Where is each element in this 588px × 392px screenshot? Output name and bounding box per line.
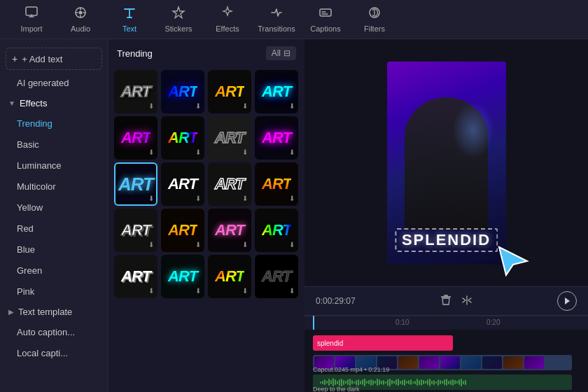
filters-icon — [368, 6, 382, 22]
splendid-clip[interactable]: splendid — [313, 335, 453, 351]
art-card-10[interactable]: ART ⬇ — [161, 162, 204, 206]
art-card-3[interactable]: ART ⬇ — [208, 70, 251, 113]
nav-filters[interactable]: Filters — [350, 1, 399, 38]
art-card-18[interactable]: ART ⬇ — [161, 255, 204, 298]
wave-bar — [343, 380, 344, 385]
art-card-2[interactable]: ART ⬇ — [161, 70, 204, 113]
art-card-4[interactable]: ART ⬇ — [255, 70, 298, 113]
sidebar-trending-item[interactable]: Trending — [6, 113, 102, 134]
wave-bar — [337, 381, 338, 384]
wave-bar — [366, 381, 368, 384]
art-card-17[interactable]: ART ⬇ — [114, 255, 158, 298]
download-icon-6: ⬇ — [195, 148, 201, 156]
download-icon-18: ⬇ — [195, 287, 201, 295]
text-overlay: SPLENDID — [395, 228, 498, 252]
svg-marker-5 — [499, 247, 527, 275]
video-track: Capcut.0245 mp4 • 0:21:19 — [304, 354, 588, 372]
svg-rect-0 — [26, 7, 37, 15]
delete-button[interactable] — [440, 295, 451, 308]
art-card-5[interactable]: ART ⬇ — [114, 116, 158, 160]
wave-bar — [360, 381, 361, 384]
art-card-14[interactable]: ART ⬇ — [161, 209, 204, 252]
thumb-5 — [398, 356, 418, 369]
art-card-16[interactable]: ART ⬇ — [255, 209, 298, 252]
text-template-section-header[interactable]: ▶ Text template — [0, 302, 108, 321]
preview-area: SPLENDID — [304, 39, 588, 286]
wave-bar — [414, 381, 416, 384]
sidebar-blue-item[interactable]: Blue — [6, 239, 102, 260]
nav-import[interactable]: Import — [7, 1, 56, 38]
wave-bar — [349, 379, 351, 386]
art-text-12: ART — [262, 176, 291, 192]
download-icon-20: ⬇ — [289, 287, 295, 295]
nav-text[interactable]: Text — [105, 1, 154, 38]
art-card-7[interactable]: ART ⬇ — [208, 116, 251, 160]
sidebar-basic-item[interactable]: Basic — [6, 134, 102, 155]
art-card-20[interactable]: ART ⬇ — [255, 255, 298, 298]
ai-generated-label: AI generated — [17, 78, 69, 88]
import-icon — [24, 6, 38, 22]
nav-effects-label: Effects — [216, 24, 239, 33]
wave-bar — [393, 381, 395, 384]
filter-button[interactable]: All ⊟ — [266, 46, 296, 60]
effects-section-header[interactable]: ▼ Effects — [0, 94, 108, 113]
art-card-1[interactable]: ART ⬇ — [114, 70, 158, 113]
wave-bar — [351, 380, 353, 384]
download-icon-8: ⬇ — [289, 148, 295, 156]
art-card-12[interactable]: ART ⬇ — [255, 162, 298, 206]
wave-bar — [427, 379, 428, 385]
nav-audio[interactable]: Audio — [56, 1, 105, 38]
play-button[interactable] — [557, 291, 577, 311]
wave-bar — [465, 380, 466, 385]
art-card-6[interactable]: ART ⬇ — [161, 116, 204, 160]
nav-captions-label: Captions — [310, 24, 340, 33]
nav-stickers-label: Stickers — [164, 24, 192, 33]
wave-bar — [385, 382, 386, 384]
add-text-button[interactable]: + + Add text — [6, 48, 102, 70]
nav-effects[interactable]: Effects — [203, 1, 252, 38]
art-text-16: ART — [262, 223, 291, 238]
sidebar-red-item[interactable]: Red — [6, 218, 102, 239]
sidebar-pink-item[interactable]: Pink — [6, 281, 102, 302]
split-button[interactable] — [461, 295, 472, 308]
art-card-8[interactable]: ART ⬇ — [255, 116, 298, 160]
sidebar-yellow-item[interactable]: Yellow — [6, 197, 102, 218]
wave-bar — [335, 379, 336, 385]
sidebar-basic-label: Basic — [17, 139, 39, 150]
action-icons — [440, 295, 472, 308]
right-area: SPLENDID 0:00:29:07 — [304, 39, 588, 392]
wave-bar — [412, 382, 414, 384]
nav-stickers[interactable]: Stickers — [154, 1, 203, 38]
ai-generated-item[interactable]: AI generated — [6, 73, 102, 93]
wave-bar — [356, 380, 357, 385]
nav-transitions[interactable]: Transitions — [252, 1, 301, 38]
nav-audio-label: Audio — [71, 24, 90, 33]
art-card-11[interactable]: ART ⬇ — [208, 162, 251, 206]
wave-bar — [372, 380, 374, 385]
art-card-13[interactable]: ART ⬇ — [114, 209, 158, 252]
wave-bar — [404, 379, 405, 386]
wave-bar — [408, 380, 410, 384]
art-text-20: ART — [262, 269, 291, 284]
art-text-17: ART — [121, 269, 150, 284]
art-card-15[interactable]: ART ⬇ — [208, 209, 251, 252]
video-clip-label: Capcut.0245 mp4 • 0:21:19 — [313, 366, 389, 373]
text-template-section-label: Text template — [18, 307, 72, 317]
nav-captions[interactable]: Captions — [301, 1, 350, 38]
wave-bar — [450, 380, 451, 385]
wave-bar — [438, 379, 439, 386]
wave-bar — [379, 379, 380, 385]
art-text-10: ART — [168, 176, 197, 192]
sidebar-yellow-label: Yellow — [17, 202, 43, 213]
wave-bar — [387, 379, 388, 386]
sidebar-green-item[interactable]: Green — [6, 260, 102, 281]
sidebar-multicolor-item[interactable]: Multicolor — [6, 176, 102, 197]
wave-bar — [341, 379, 342, 386]
wave-bar — [330, 380, 332, 384]
sidebar-local-caption-item[interactable]: Local capti... — [6, 343, 102, 363]
art-card-9[interactable]: ART ⬇ — [114, 162, 158, 206]
wave-bar — [458, 379, 460, 385]
sidebar-auto-caption-item[interactable]: Auto caption... — [6, 322, 102, 342]
sidebar-luminance-item[interactable]: Luminance — [6, 155, 102, 176]
art-card-19[interactable]: ART ⬇ — [208, 255, 251, 298]
